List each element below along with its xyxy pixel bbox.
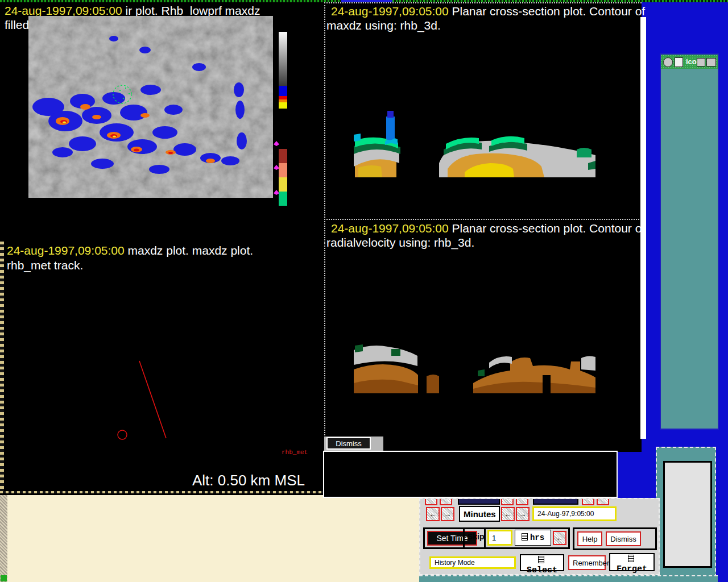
minimize-icon[interactable] <box>697 58 705 66</box>
select-label: Select <box>527 566 557 575</box>
clipped-button[interactable] <box>458 498 500 505</box>
clipped-button[interactable] <box>425 498 437 505</box>
ir-plot-window: 24-aug-1997,09:05:00 ir plot. Rhb_lowprf… <box>0 2 325 242</box>
ir-maxdz-colorbar <box>279 149 287 206</box>
xs-dismiss-bar: Dismiss <box>324 436 383 451</box>
document-icon[interactable] <box>675 57 683 67</box>
cross-section-dismiss-button[interactable]: Dismiss <box>326 437 371 450</box>
forget-button[interactable]: Forget <box>609 553 655 571</box>
terminal-window[interactable] <box>0 493 421 582</box>
clipped-button[interactable] <box>516 498 528 505</box>
minutes-back2-button[interactable]: → <box>441 507 454 521</box>
select-button[interactable]: Select <box>520 554 564 571</box>
clipped-button[interactable] <box>440 498 452 505</box>
skip-field[interactable] <box>487 530 512 546</box>
help-button[interactable]: Help <box>577 531 602 546</box>
icon-window-titlebar[interactable]: icon <box>661 55 718 69</box>
maximize-icon[interactable] <box>706 58 716 66</box>
ir-satellite-image[interactable] <box>28 16 273 198</box>
platform-table-window <box>323 451 618 498</box>
clipped-button[interactable] <box>501 498 514 505</box>
minutes-fwd2-button[interactable]: → <box>516 507 530 521</box>
minutes-fwd-button[interactable]: ← <box>501 507 515 521</box>
clipped-button[interactable] <box>533 498 578 505</box>
hrs-label: hrs <box>530 533 544 542</box>
rhb-met-track-line <box>139 361 166 438</box>
icon-toolbox-window: icon <box>660 53 719 430</box>
background-window-bottom-edge <box>419 575 718 582</box>
remember-button[interactable]: Remember <box>568 555 606 570</box>
window-border-left <box>0 242 4 494</box>
ir-colorbar <box>279 32 287 109</box>
clipped-button[interactable] <box>597 498 609 505</box>
time-control-dialog: ← → Minutes ← → Set Time Skip hrs ← Help… <box>419 498 660 575</box>
cross-section-maxdz-window: 24-aug-1997,09:05:00 Planar cross-sectio… <box>324 2 642 220</box>
forget-label: Forget <box>617 564 647 574</box>
window-menu-icon[interactable] <box>663 57 673 67</box>
minutes-button[interactable]: Minutes <box>459 506 500 522</box>
track-end-circle <box>118 430 127 439</box>
history-mode-field[interactable] <box>429 556 516 569</box>
ppi-title-time: 24-aug-1997,09:05:00 <box>7 244 125 257</box>
xs2-contours <box>354 344 595 393</box>
xs1-contours <box>354 111 595 177</box>
xs2-plot[interactable] <box>349 230 599 403</box>
dismiss-button[interactable]: Dismiss <box>606 531 641 546</box>
skip-back-button[interactable]: ← <box>553 531 566 545</box>
menu-icon <box>538 556 544 563</box>
desktop: 24-aug-1997,09:05:00 ir plot. Rhb_lowprf… <box>0 0 728 582</box>
terminal-scroll-corner <box>1 575 7 581</box>
background-window-panel <box>663 461 712 568</box>
window-scroll-strip[interactable] <box>640 17 646 439</box>
ppi-title-main: maxdz plot. maxdz plot. <box>125 244 253 257</box>
track-platform-label: rhb_met <box>282 449 308 456</box>
time-field[interactable] <box>532 506 617 521</box>
background-window <box>656 447 716 577</box>
ppi-radar-plot[interactable] <box>6 257 273 461</box>
menu-icon <box>522 533 528 541</box>
clipped-button[interactable] <box>582 498 594 505</box>
ir-title-main: ir plot. Rhb_lowprf maxdz <box>122 4 260 17</box>
altitude-readout: Alt: 0.50 km MSL <box>192 472 305 489</box>
maxdz-ppi-window: 24-aug-1997,09:05:00 maxdz plot. maxdz p… <box>0 242 325 494</box>
ppi-window-title: 24-aug-1997,09:05:00 maxdz plot. maxdz p… <box>7 244 253 257</box>
terminal-scrollbar[interactable] <box>0 495 7 582</box>
skip-label: Skip <box>468 532 485 541</box>
ir-title-time: 24-aug-1997,09:05:00 <box>5 4 122 17</box>
xs1-plot[interactable] <box>349 10 599 187</box>
hrs-menu-button[interactable]: hrs <box>515 530 551 546</box>
menu-icon <box>628 555 634 562</box>
minutes-back-button[interactable]: ← <box>426 507 440 521</box>
cross-section-radialvelocity-window: 24-aug-1997,09:05:00 Planar cross-sectio… <box>324 219 642 452</box>
